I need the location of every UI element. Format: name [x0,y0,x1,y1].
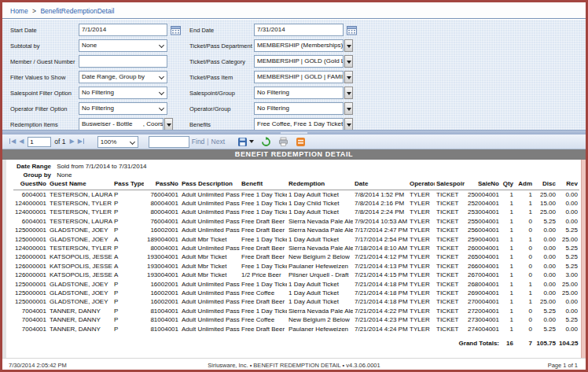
cell-pass_desc: Adult Unlimited Pass [180,199,240,208]
cell-guest_no: 126000001 [13,262,48,271]
prev-page-button[interactable]: ◀ [19,138,24,145]
start-date-input[interactable]: 7/1/2014 [79,24,167,36]
column-header-disc[interactable]: Disc [534,180,557,190]
column-header-salespoint[interactable]: Salespoint [435,180,465,190]
report-scrollbar[interactable] [581,160,586,358]
cell-adm: 0 [515,262,534,271]
cell-guest_name: GLADSTONE, JOEY [48,226,112,234]
print-icon[interactable] [278,137,288,147]
ticket-pass-category-select[interactable]: MEMBERSHIP | GOLD (Gold Leve [254,55,344,68]
column-header-guest_no[interactable]: GuestNo [13,180,48,190]
cell-operator: TYLER [408,208,435,216]
cell-redemption: 1 Day Adult Ticket [287,235,353,244]
cell-qty: 1 [501,289,515,297]
refresh-icon[interactable] [261,137,271,147]
cell-guest_no: 7004001 [13,315,48,324]
column-header-adm[interactable]: Adm [515,180,534,190]
breadcrumb-current-link[interactable]: BenefitRedemptionDetail [40,7,114,15]
column-header-sale_no[interactable]: SaleNo [465,180,501,190]
chevron-down-icon [130,138,135,144]
calendar-icon[interactable] [171,24,181,39]
ticket-pass-category-dropdown-button[interactable] [344,55,353,68]
cell-guest_name: GLADSTONE, JOEY [48,297,112,306]
table-row: 126000001KATSOPOLIS, JESSEA193004001Adul… [13,271,579,279]
cell-redemption: Sierra Nevada Pale Ale [287,307,353,315]
column-header-pass_desc[interactable]: Pass Description [180,180,240,190]
end-date-input[interactable]: 7/31/2014 [254,24,344,36]
page-number-input[interactable] [28,137,51,147]
cell-operator: TYLER [408,235,435,244]
cell-redemption: Pilsner Urquell - Draft [287,271,353,279]
next-page-button[interactable]: ▶ [70,138,75,145]
ticket-pass-item-select[interactable]: MEMBERSHIP | GOLD | FAMILY ( [254,71,344,83]
cell-pass_desc: Adult Unlimited Pass [180,289,240,297]
cell-operator: TYLER [408,289,435,297]
cell-disc: 0.00 [534,271,557,279]
column-header-benefit[interactable]: Benefit [240,180,287,190]
cell-salespoint: TICKET [435,325,465,333]
find-link[interactable]: Find [192,138,205,145]
ticket-pass-department-dropdown-button[interactable] [344,39,353,52]
cell-adm: 1 [515,208,534,216]
cell-rev: 3.00 [557,271,579,279]
salespoint-group-dropdown-button[interactable] [344,87,353,99]
next-link[interactable]: Next [211,138,225,145]
splitter-handle[interactable] [281,132,307,134]
operator-group-dropdown-button[interactable] [344,102,353,115]
breadcrumb: Home > BenefitRedemptionDetail [2,2,586,19]
subtotal-by-select[interactable]: None [79,39,167,52]
calendar-icon[interactable] [347,24,357,39]
cell-salespoint: TICKET [435,289,465,297]
salespoint-group-value: No Filtering [257,89,289,96]
cell-date: 7/18/2014 8:10 AM [353,244,408,252]
table-row: 125000001GLADSTONE, JOEYP16002001Adult U… [13,226,579,234]
cell-guest_name: TESTERSON, LAURA [48,217,112,226]
column-header-pass_no[interactable]: PassNo [144,180,180,190]
redemption-items-select[interactable]: Busweiser - Bottle , Coors - [79,118,164,131]
column-header-pass_type[interactable]: Pass Type [112,180,144,190]
export-data-icon[interactable] [296,137,306,147]
cell-date: 7/21/2014 4:15 PM [353,271,408,279]
benefits-dropdown-button[interactable] [344,118,353,131]
cell-date: 7/8/2014 2:16 PM [353,199,408,208]
column-header-guest_name[interactable]: Guest Name [48,180,112,190]
column-header-rev[interactable]: Rev [557,180,579,190]
ticket-pass-item-dropdown-button[interactable] [344,71,353,83]
column-header-redemption[interactable]: Redemption [287,180,353,190]
filter-values-to-show-select[interactable]: Date Range, Group by [79,71,167,83]
cell-date: 7/21/2014 4:12 PM [353,252,408,261]
cell-pass_no: 193004001 [144,262,180,271]
cell-pass_type: P [112,244,144,252]
start-date-value: 7/1/2014 [82,26,106,33]
field-label-redemption-items: Redemption Items [10,121,58,128]
cell-guest_no: 6004001 [13,217,48,226]
salespoint-group-select[interactable]: No Filtering [254,87,344,99]
first-page-button[interactable]: ◀ [9,138,16,145]
zoom-select[interactable]: 100% [97,136,138,148]
breadcrumb-home-link[interactable]: Home [10,7,28,15]
search-input[interactable] [149,136,189,148]
cell-date: 7/17/2014 2:54 PM [353,235,408,244]
cell-benefit: Free Coffee [240,315,287,324]
redemption-items-dropdown-button[interactable] [164,118,173,131]
benefits-select[interactable]: Free Coffee, Free 1 Day Ticket, F [254,118,344,131]
column-header-qty[interactable]: Qty [501,180,515,190]
last-page-button[interactable]: ▶ [78,138,85,145]
cell-disc: 0.00 [534,252,557,261]
column-header-operator[interactable]: Operator [408,180,435,190]
chevron-down-icon [159,105,164,111]
export-dropdown-caret[interactable] [249,140,254,143]
cell-salespoint: TICKET [435,271,465,279]
column-header-date[interactable]: Date [353,180,408,190]
operator-group-select[interactable]: No Filtering [254,102,344,115]
field-label-start-date: Start Date [10,27,37,34]
cell-guest_no: 6004001 [13,190,48,199]
ticket-pass-department-select[interactable]: MEMBERSHIP (Memberships), PA [254,39,344,52]
table-row: 6004001TESTERSON, LAURAP76004001Adult Un… [13,217,579,226]
cell-salespoint: TICKET [435,307,465,315]
cell-rev: 5.25 [557,226,579,234]
export-save-icon[interactable] [237,137,254,147]
member-guest-number-input[interactable] [79,55,167,68]
salespoint-filter-option-select[interactable]: No Filtering [79,87,167,99]
operator-filter-option-select[interactable]: No Filtering [79,102,167,115]
